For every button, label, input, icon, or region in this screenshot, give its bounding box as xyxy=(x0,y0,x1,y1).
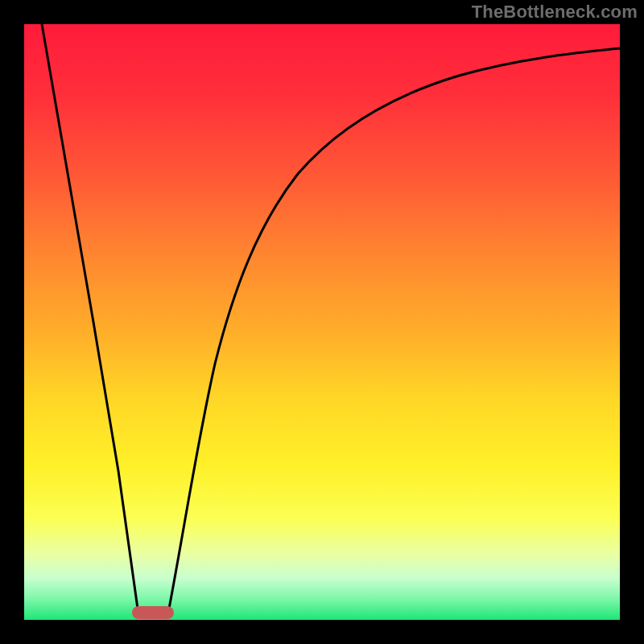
optimal-marker xyxy=(132,606,174,619)
curves-svg xyxy=(24,24,620,620)
curve-right-branch xyxy=(169,48,620,609)
chart-stage: TheBottleneck.com xyxy=(0,0,644,644)
watermark-text: TheBottleneck.com xyxy=(472,2,638,23)
curve-left-branch xyxy=(42,24,138,609)
plot-area xyxy=(24,24,620,620)
